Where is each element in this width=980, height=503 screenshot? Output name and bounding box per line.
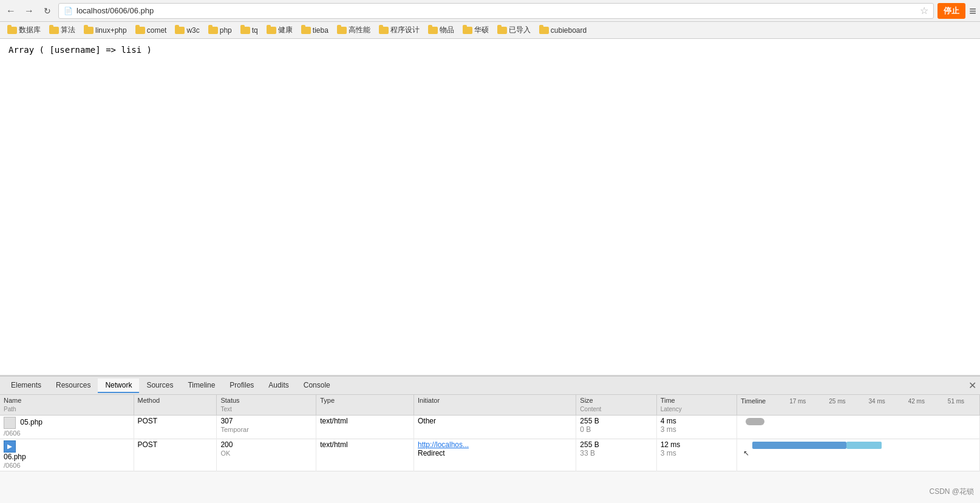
name-cell: 06.php /0606 [0,439,134,471]
timeline-cell: ↖ [737,439,980,471]
timeline-tick-label: 17 ms [778,397,817,406]
bookmark-label: 高性能 [349,25,370,35]
folder-icon [240,27,250,34]
table-header-row: Name Path Method Status Text Type Initia… [0,395,980,416]
type-cell: text/html [316,416,414,439]
status-text: Temporar [220,426,248,433]
bookmark-item[interactable]: 华硕 [459,24,492,36]
tab-timeline[interactable]: Timeline [180,378,222,393]
time-cell: 4 ms3 ms [656,416,737,439]
devtools-tab-bar: ElementsResourcesNetworkSourcesTimelineP… [0,377,980,395]
method-cell: POST [134,439,217,471]
page-icon: 📄 [64,7,73,15]
initiator-text: Other [418,417,436,425]
file-icon-php [4,440,16,453]
bookmark-item[interactable]: 高性能 [333,24,374,36]
bookmark-label: 算法 [61,25,75,35]
folder-icon [175,27,185,34]
bookmark-item[interactable]: 算法 [46,24,79,36]
tab-elements[interactable]: Elements [4,378,49,393]
timeline-tick-label: 51 ms [936,397,976,406]
folder-icon [428,27,438,34]
bookmark-label: comet [147,26,167,35]
bookmark-label: tq [252,26,258,35]
bookmark-item[interactable]: 物品 [424,24,458,36]
timeline-tick-label: 34 ms [857,397,897,406]
bookmark-item[interactable]: php [205,25,236,36]
file-name: 05.php [20,419,43,427]
folder-icon [337,27,347,34]
cursor-indicator: ↖ [743,449,749,457]
initiator-cell: http://localhos...Redirect [414,439,576,471]
bookmark-label: 数据库 [19,25,41,35]
bookmarks-bar: 数据库算法linux+phpcometw3cphptq健康tieba高性能程序设… [0,22,980,39]
bookmark-item[interactable]: 健康 [263,24,296,36]
file-path: /0606 [4,429,21,437]
tab-profiles[interactable]: Profiles [222,378,261,393]
status-code: 200 [220,440,233,449]
bookmark-label: 已导入 [509,25,531,35]
bookmark-label: cubieboard [551,26,587,35]
bookmark-label: 物品 [440,25,454,35]
bookmark-item[interactable]: tq [237,25,262,36]
initiator-link[interactable]: http://localhos... [418,440,469,449]
bookmark-label: w3c [186,26,199,35]
folder-icon [7,27,17,34]
table-row[interactable]: 06.php /0606 POST 200 OK text/html http:… [0,439,980,471]
size-cell: 255 B33 B [576,439,656,471]
stop-button[interactable]: 停止 [937,3,965,19]
tab-sources[interactable]: Sources [139,378,180,393]
file-path: /0606 [4,462,21,469]
bookmark-label: php [220,26,232,35]
col-header-status: Status Text [217,395,316,416]
folder-icon [379,27,389,34]
file-name: 06.php [4,453,26,461]
back-button[interactable]: ← [4,4,18,18]
menu-button[interactable]: ≡ [969,5,976,17]
method-cell: POST [134,416,217,439]
folder-icon [208,27,218,34]
address-input[interactable] [77,6,916,15]
size-cell: 255 B0 B [576,416,656,439]
folder-icon [267,27,276,34]
bookmark-item[interactable]: linux+php [80,25,131,36]
bookmark-label: 健康 [278,25,293,35]
address-bar: 📄 ☆ [58,3,934,19]
timeline-cell [737,416,980,439]
bookmark-item[interactable]: 程序设计 [375,24,423,36]
forward-button[interactable]: → [22,4,36,18]
tab-console[interactable]: Console [296,378,338,393]
timeline-tick-label: 42 ms [897,397,936,406]
bookmark-label: linux+php [95,26,127,35]
tab-audits[interactable]: Audits [261,378,296,393]
bookmark-label: 程序设计 [390,25,420,35]
devtools-panel: ElementsResourcesNetworkSourcesTimelineP… [0,375,980,503]
status-code: 307 [220,417,233,425]
bookmark-item[interactable]: w3c [171,25,203,36]
bookmark-item[interactable]: 已导入 [494,24,534,36]
col-header-timeline: Timeline 17 ms25 ms34 ms42 ms51 ms [737,395,980,416]
folder-icon [539,27,549,34]
table-row[interactable]: 05.php /0606 POST 307 Temporar text/html… [0,416,980,439]
folder-icon [49,27,59,34]
bookmark-item[interactable]: cubieboard [536,25,590,36]
tab-resources[interactable]: Resources [49,378,98,393]
network-table: Name Path Method Status Text Type Initia… [0,395,980,503]
tab-network[interactable]: Network [98,378,139,393]
devtools-close-button[interactable]: ✕ [968,380,976,391]
type-cell: text/html [316,439,414,471]
refresh-button[interactable]: ↻ [40,4,55,18]
bookmark-label: 华硕 [474,25,489,35]
bookmark-item[interactable]: 数据库 [4,24,44,36]
bookmark-label: tieba [313,26,328,35]
name-cell: 05.php /0606 [0,416,134,439]
folder-icon [135,27,145,34]
bookmark-star-button[interactable]: ☆ [920,5,928,16]
col-header-name: Name Path [0,395,134,416]
col-header-time: Time Latency [656,395,737,416]
bookmark-item[interactable]: tieba [298,25,332,36]
bookmark-item[interactable]: comet [132,25,171,36]
col-header-type: Type [316,395,414,416]
folder-icon [84,27,94,34]
page-output-text: Array ( [username] => lisi ) [9,45,152,55]
